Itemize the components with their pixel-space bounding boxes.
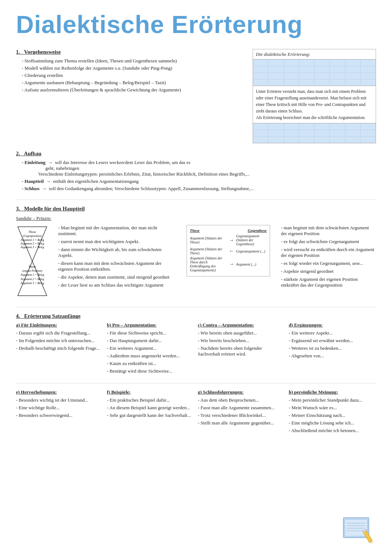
grid-cell-b: [360, 123, 376, 130]
section3-title: 3. Modelle für den Hauptteil: [16, 206, 376, 212]
grid-cell: [330, 66, 345, 73]
separator1: [16, 200, 376, 200]
grid-cell-b: [253, 123, 268, 130]
svg-text:Argument 3 = Beleg: Argument 3 = Beleg: [20, 282, 44, 285]
section3: 3. Modelle für den Hauptteil Sanduhr – P…: [16, 206, 376, 299]
col-h-item1: - Mein persönlicher Standpunkt dazu...: [289, 397, 376, 403]
section2-label: Aufbau: [24, 151, 41, 156]
separator2: [16, 307, 376, 307]
page-title: Dialektische Erörterung: [16, 11, 376, 38]
section2-einleitung: - Einleitung → soll das Interesse des Le…: [22, 160, 376, 177]
col-b-item5: - Kaum zu entkräften ist...: [107, 361, 195, 366]
grid-cell: [314, 73, 330, 79]
grid-cell-b: [284, 130, 299, 136]
grid-cell-b: [299, 123, 314, 130]
section2-title: 2. Aufbau: [16, 151, 376, 157]
grid-cell: [299, 79, 314, 86]
section1-area: 1. Vorgehensweise - Stoffsammlung zum Th…: [16, 49, 242, 144]
grid-cell: [360, 66, 376, 73]
section1-item4: - Argumente ausbauen (Behauptung – Begrü…: [22, 80, 242, 86]
def-box-title: Die dialektische Erörterung:: [253, 49, 376, 60]
section2: 2. Aufbau - Einleitung → soll das Intere…: [16, 151, 376, 192]
grid-cell: [314, 59, 330, 66]
col-c-title: c) Contra – Argumentation:: [198, 322, 285, 328]
pingpong-area: These Gegenthese Argument (Stützen der T…: [187, 225, 376, 290]
pingpong-these-title: These: [190, 228, 200, 233]
col-b-title: b) Pro – Argumentation:: [107, 322, 195, 328]
section4: 4. Erörterung Satzanfänge a) Für Einleit…: [16, 313, 376, 435]
sanduhr-section: Sanduhr – Prinzip: These (Gegenposition)…: [16, 216, 376, 299]
col-c: c) Contra – Argumentation: - Wie bereits…: [198, 322, 285, 376]
sanduhr-row: These (Gegenposition) Argument 1 = Beleg…: [16, 225, 376, 299]
section2-num: 2.: [16, 151, 20, 156]
grid-cell-b: [314, 136, 330, 143]
col-b-item6: - Bestätigt wird diese Sichtweise...: [107, 368, 195, 374]
col-a-item2: - Im Folgenden möchte ich untersuchen...: [16, 338, 103, 344]
grid-cell: [299, 59, 314, 66]
col-c-item1: - Wie bereits oben ausgeführt...: [198, 330, 285, 336]
col-d-item3: - Weiteres ist zu bedenken...: [289, 345, 376, 351]
col-e-item3: - Besonders schwerwiegend...: [16, 413, 103, 418]
grid-cell: [284, 66, 299, 73]
separator3: [16, 383, 376, 383]
def-box-text: Unter Erörtern versteht man, dass man si…: [253, 86, 376, 123]
section4-title: 4. Erörterung Satzanfänge: [16, 313, 376, 319]
svg-text:These: These: [29, 230, 36, 234]
grid-cell-b: [268, 123, 283, 130]
pingpong-r1: Argument (Stützen der These) → Gegenargu…: [190, 234, 267, 246]
col-b-item3: - Ein weiteres Argument...: [107, 345, 195, 351]
grid-cell: [268, 73, 283, 79]
grid-cell: [330, 73, 345, 79]
grid-cell: [360, 73, 376, 79]
notebook-icon-area: [340, 514, 376, 543]
col-b-item2: - Das Hauptargument dafür...: [107, 338, 195, 344]
pingpong-gegen-r1: Gegenargument (Stützen der Gegenthese): [236, 234, 267, 246]
col-f-item1: - Ein praktisches Beispiel dafür...: [107, 397, 195, 403]
col-g-item3: - Trotz verschiedener Blickwinkel...: [198, 413, 285, 418]
pingpong-note5: - Aspekte steigend geordnet: [281, 268, 376, 274]
section1-item5: - Aufsatz ausformulieren (Überleitungen …: [22, 87, 242, 93]
grid-cell: [314, 79, 330, 86]
svg-text:Argument 1 = Beleg: Argument 1 = Beleg: [20, 273, 44, 276]
pingpong-gegen-r3: Argument (...): [236, 262, 267, 266]
col-h-item4: - Eine mögliche Lösung sehe ich...: [289, 420, 376, 426]
col-g: g) Schlussfolgerungen: - Aus dem oben Be…: [198, 389, 285, 435]
grid-cell: [314, 66, 330, 73]
grid-cell: [253, 73, 268, 79]
section4-row1: a) Für Einleitungen: - Daraus ergibt sic…: [16, 322, 376, 376]
sanduhr-note4: - diesen kann man mit dem schwächsten Ar…: [58, 260, 176, 272]
grid-cell: [299, 66, 314, 73]
pingpong-header: These Gegenthese: [190, 228, 267, 233]
section1: 1. Vorgehensweise - Stoffsammlung zum Th…: [16, 49, 242, 93]
section1-title: 1. Vorgehensweise: [16, 49, 242, 55]
col-d-item2: - Ergänzend sei erwähnt werden...: [289, 338, 376, 344]
pingpong-these-r3: Argument (Stützen der These durch Entkrä…: [190, 256, 227, 272]
grid-cell-b: [299, 130, 314, 136]
def-box: Die dialektische Erörterung:: [253, 49, 376, 144]
pingpong-note4: - es folgt wieder ein Gegenargument, usw…: [281, 260, 376, 266]
hourglass-diagram: These (Gegenposition) Argument 1 = Beleg…: [16, 225, 49, 299]
grid-cell-b: [345, 130, 360, 136]
def-box-area: Die dialektische Erörterung:: [253, 49, 376, 144]
grid-cell: [360, 79, 376, 86]
def-box-bottom-grid: [253, 123, 376, 143]
grid-cell: [268, 59, 283, 66]
section3-num: 3.: [16, 206, 20, 212]
pingpong-notes: - man beginnt mit dem schwächsten Argume…: [275, 225, 376, 290]
pingpong-r2: Argument (Stützen der These) ← Gegenargu…: [190, 247, 267, 255]
pingpong-r3: Argument (Stützen der These durch Entkrä…: [190, 256, 267, 272]
grid-cell: [345, 79, 360, 86]
grid-cell-b: [330, 130, 345, 136]
grid-cell-b: [284, 136, 299, 143]
col-h: h) persönliche Meinung: - Mein persönlic…: [289, 389, 376, 435]
section1-label: Vorgehensweise: [24, 49, 61, 55]
svg-text:Argument 3 = Beleg: Argument 3 = Beleg: [20, 246, 44, 249]
col-a: a) Für Einleitungen: - Daraus ergibt sic…: [16, 322, 103, 376]
section1-item3: - Gliederung erstellen: [22, 73, 242, 78]
grid-cell: [330, 79, 345, 86]
grid-cell-b: [330, 136, 345, 143]
grid-cell-b: [268, 136, 283, 143]
col-h-item5: - Abschließend möchte ich betonen...: [289, 428, 376, 434]
sanduhr-note1: - Man beginnt mit der Argumentation, der…: [58, 225, 176, 237]
grid-cell-b: [314, 123, 330, 130]
